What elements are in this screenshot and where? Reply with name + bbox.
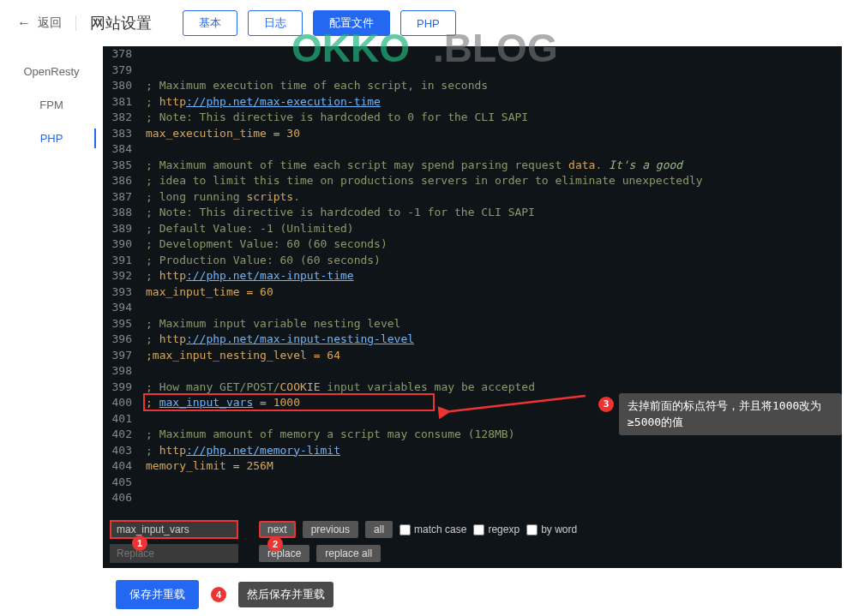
save-reload-button[interactable]: 保存并重载: [116, 580, 199, 609]
back-label: 返回: [38, 15, 62, 31]
tab-bar: 基本 日志 配置文件 PHP: [183, 10, 456, 36]
search-bar: 1 next 2 previous all match case regexp …: [103, 515, 842, 568]
search-input[interactable]: [110, 520, 238, 539]
main: OpenResty FPM PHP 3783793803813823833843…: [0, 46, 859, 568]
tab-php[interactable]: PHP: [400, 10, 456, 36]
code-editor[interactable]: 3783793803813823833843853863873883893903…: [103, 46, 842, 515]
search-next-button[interactable]: next: [259, 521, 296, 538]
sidebar-item-php[interactable]: PHP: [0, 122, 103, 155]
search-by-word-checkbox[interactable]: by word: [526, 523, 577, 535]
annotation-badge-1: 1: [132, 535, 147, 551]
replace-input[interactable]: [110, 544, 238, 563]
back-link[interactable]: ← 返回: [17, 15, 62, 31]
search-all-button[interactable]: all: [365, 521, 393, 538]
code-lines[interactable]: ; Maximum execution time of each script,…: [146, 46, 842, 506]
page-title: 网站设置: [90, 13, 152, 33]
divider: [75, 15, 76, 31]
sidebar-item-openresty[interactable]: OpenResty: [0, 55, 103, 88]
header: ← 返回 网站设置 基本 日志 配置文件 PHP: [0, 0, 859, 46]
arrow-left-icon: ←: [17, 15, 31, 31]
search-previous-button[interactable]: previous: [303, 521, 358, 538]
search-regexp-checkbox[interactable]: regexp: [473, 523, 520, 535]
annotation-tooltip-3: 去掉前面的标点符号，并且将1000改为≥5000的值: [619, 393, 842, 435]
save-row: 保存并重载 4 然后保存并重载: [0, 568, 859, 609]
annotation-badge-2: 2: [267, 536, 283, 552]
tab-config-file[interactable]: 配置文件: [313, 10, 390, 36]
line-gutter: 3783793803813823833843853863873883893903…: [103, 46, 139, 506]
tab-basic[interactable]: 基本: [183, 10, 237, 36]
sidebar-item-fpm[interactable]: FPM: [0, 88, 103, 122]
annotation-badge-4: 4: [211, 587, 226, 602]
replace-all-button[interactable]: replace all: [316, 545, 381, 562]
tab-log[interactable]: 日志: [248, 10, 303, 36]
annotation-badge-3: 3: [598, 397, 614, 412]
sidebar: OpenResty FPM PHP: [0, 46, 103, 568]
content: 3783793803813823833843853863873883893903…: [103, 46, 859, 568]
replace-button[interactable]: replace: [259, 545, 309, 562]
annotation-tooltip-4: 然后保存并重载: [238, 582, 333, 607]
search-match-case-checkbox[interactable]: match case: [399, 523, 466, 535]
